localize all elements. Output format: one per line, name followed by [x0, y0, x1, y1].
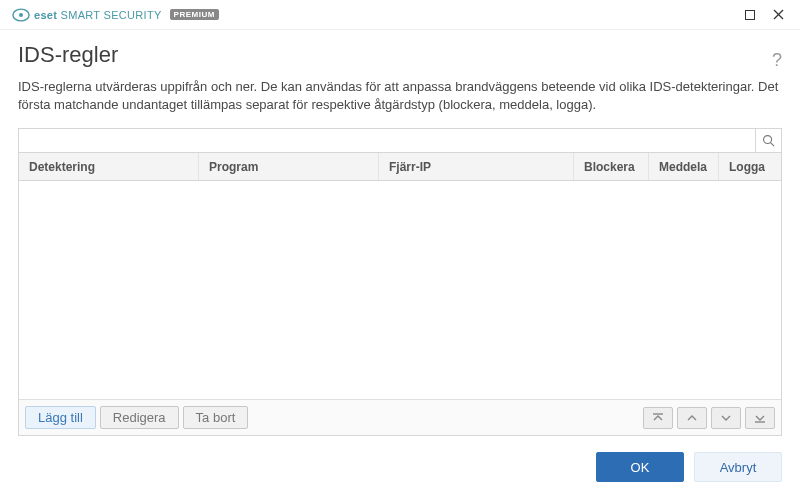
move-down-button[interactable] — [711, 407, 741, 429]
help-button[interactable]: ? — [772, 50, 782, 71]
move-up-button[interactable] — [677, 407, 707, 429]
cancel-button[interactable]: Avbryt — [694, 452, 782, 482]
help-icon: ? — [772, 50, 782, 70]
add-button[interactable]: Lägg till — [25, 406, 96, 429]
titlebar: eset SMART SECURITY PREMIUM — [0, 0, 800, 30]
chevron-up-icon — [686, 412, 698, 424]
column-notify[interactable]: Meddela — [649, 153, 719, 180]
content-area: IDS-regler ? IDS-reglerna utvärderas upp… — [0, 30, 800, 436]
svg-line-6 — [771, 143, 775, 147]
move-bottom-button[interactable] — [745, 407, 775, 429]
chevron-down-icon — [720, 412, 732, 424]
brand-light: SMART SECURITY — [61, 9, 162, 21]
search-button[interactable] — [755, 129, 781, 152]
ok-button[interactable]: OK — [596, 452, 684, 482]
column-log[interactable]: Logga — [719, 153, 781, 180]
table-actions: Lägg till Redigera Ta bort — [19, 399, 781, 435]
column-remote-ip[interactable]: Fjärr-IP — [379, 153, 574, 180]
brand-bold: eset — [34, 9, 57, 21]
table-body — [19, 181, 781, 399]
brand-text: eset SMART SECURITY — [34, 9, 162, 21]
svg-rect-2 — [746, 10, 755, 19]
premium-badge: PREMIUM — [170, 9, 219, 20]
column-block[interactable]: Blockera — [574, 153, 649, 180]
svg-point-5 — [764, 136, 772, 144]
page-description: IDS-reglerna utvärderas uppifrån och ner… — [18, 78, 782, 114]
chevron-top-icon — [652, 412, 664, 424]
rules-table: Detektering Program Fjärr-IP Blockera Me… — [18, 128, 782, 436]
eset-logo-icon — [12, 6, 30, 24]
close-icon — [773, 9, 784, 20]
maximize-icon — [745, 10, 755, 20]
page-title: IDS-regler — [18, 42, 118, 68]
brand-logo: eset SMART SECURITY PREMIUM — [12, 6, 219, 24]
header-row: IDS-regler ? — [18, 42, 782, 78]
maximize-button[interactable] — [736, 1, 764, 29]
search-row — [19, 129, 781, 153]
chevron-bottom-icon — [754, 412, 766, 424]
edit-button[interactable]: Redigera — [100, 406, 179, 429]
search-icon — [762, 134, 775, 147]
delete-button[interactable]: Ta bort — [183, 406, 249, 429]
svg-point-1 — [19, 13, 23, 17]
search-input[interactable] — [19, 129, 755, 152]
move-top-button[interactable] — [643, 407, 673, 429]
close-button[interactable] — [764, 1, 792, 29]
dialog-footer: OK Avbryt — [0, 436, 800, 500]
column-program[interactable]: Program — [199, 153, 379, 180]
column-detection[interactable]: Detektering — [19, 153, 199, 180]
table-header: Detektering Program Fjärr-IP Blockera Me… — [19, 153, 781, 181]
